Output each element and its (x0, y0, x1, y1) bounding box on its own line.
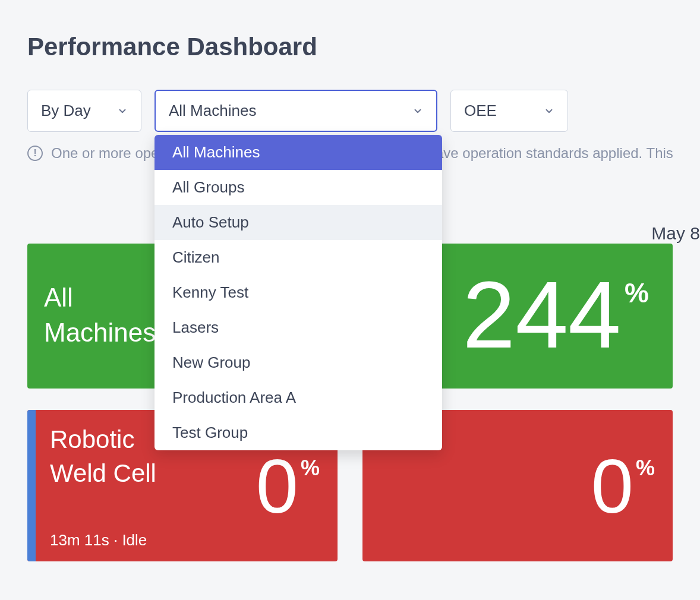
machine-card-2-number: 0 (591, 449, 633, 525)
dropdown-item-all-machines[interactable]: All Machines (154, 135, 442, 170)
all-machines-title: All Machines (44, 280, 156, 350)
by-day-dropdown[interactable]: By Day (27, 90, 141, 132)
percent-unit: % (625, 277, 649, 309)
dropdown-item-lasers[interactable]: Lasers (154, 310, 442, 345)
page-title: Performance Dashboard (0, 0, 700, 61)
metric-dropdown[interactable]: OEE (450, 90, 568, 132)
warning-icon: ! (27, 146, 43, 161)
metric-label: OEE (464, 102, 497, 120)
dropdown-item-citizen[interactable]: Citizen (154, 240, 442, 275)
date-label: May 8 (651, 223, 700, 244)
dropdown-item-test-group[interactable]: Test Group (154, 415, 442, 450)
robotic-weld-number: 0 (256, 449, 298, 525)
dropdown-item-all-groups[interactable]: All Groups (154, 170, 442, 205)
all-machines-value: 244 % (462, 267, 649, 362)
machines-dropdown[interactable]: All Machines (154, 90, 437, 132)
all-machines-number: 244 (462, 267, 621, 362)
chevron-down-icon (117, 106, 128, 116)
filter-bar: By Day All Machines OEE All Machines All… (0, 61, 700, 132)
dropdown-item-kenny-test[interactable]: Kenny Test (154, 275, 442, 310)
chevron-down-icon (412, 106, 423, 116)
by-day-label: By Day (41, 102, 91, 120)
status-strip (27, 410, 36, 561)
dropdown-item-new-group[interactable]: New Group (154, 345, 442, 380)
percent-unit: % (636, 456, 655, 481)
percent-unit: % (301, 456, 320, 481)
robotic-weld-title: Robotic Weld Cell (50, 423, 156, 490)
dropdown-item-production-area-a[interactable]: Production Area A (154, 380, 442, 415)
machines-label: All Machines (169, 102, 256, 120)
robotic-weld-value: 0 % (256, 449, 320, 525)
chevron-down-icon (544, 106, 554, 116)
dropdown-item-auto-setup[interactable]: Auto Setup (154, 205, 442, 240)
machines-dropdown-menu: All Machines All Groups Auto Setup Citiz… (154, 135, 442, 450)
all-machines-title-text: All Machines (44, 280, 156, 350)
robotic-weld-status: 13m 11s · Idle (50, 531, 156, 550)
machine-card-2-value: 0 % (591, 449, 655, 525)
